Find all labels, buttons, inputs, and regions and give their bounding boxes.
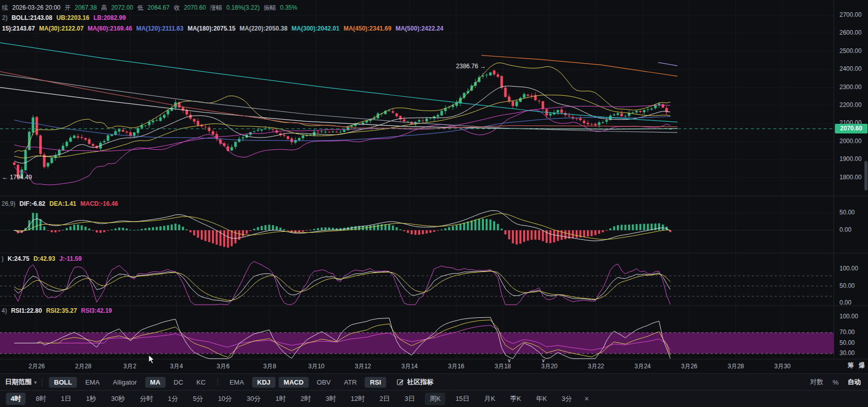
date-tick-label: 3月12 (355, 362, 371, 371)
axis-tick-label: 50.00 (839, 282, 855, 289)
community-indicators-label: 社区指标 (407, 377, 433, 387)
overlay-button-ma[interactable]: MA (145, 377, 166, 388)
date-tick-label: 3月18 (495, 362, 511, 371)
last-price-tag: 2070.60 (835, 124, 867, 133)
date-tick-label: 3月10 (308, 362, 324, 371)
date-tick-label: 3月24 (634, 362, 650, 371)
axis-tick-label: 2600.00 (839, 29, 861, 36)
indicator-button-ema[interactable]: EMA (225, 377, 249, 388)
timeframe-button-30秒[interactable]: 30秒 (106, 393, 129, 405)
axis-tick-label: 0.00 (839, 299, 851, 306)
date-tick-label: 3月16 (448, 362, 464, 371)
close-icon[interactable]: ✕ (584, 395, 589, 402)
timeframe-button-月k[interactable]: 月K (480, 393, 500, 405)
date-range-label: 日期范围 (5, 377, 32, 387)
date-tick-label: 3月4 (170, 362, 183, 371)
timeframe-button-3分[interactable]: 3分 (557, 393, 577, 405)
axis-tick-label: 50.00 (839, 339, 855, 346)
axis-tick-label: 50.00 (839, 209, 855, 216)
axis-tick-label: 2300.00 (839, 84, 861, 91)
timeframe-button-15日[interactable]: 15日 (451, 393, 474, 405)
date-range-button[interactable]: 日期范围 ▾ (5, 377, 37, 387)
date-tick-label: 3月30 (774, 362, 791, 371)
divider (42, 378, 42, 386)
timeframe-button-3时[interactable]: 3时 (321, 393, 340, 405)
axis-tick-label: 100.00 (839, 265, 858, 272)
timeframe-toolbar: 4时8时1日1秒30秒分时1分5分10分30分1时2时3时12时2日3日周K15… (0, 390, 868, 407)
timeframe-button-1日[interactable]: 1日 (56, 393, 75, 405)
timeframe-button-分时[interactable]: 分时 (135, 393, 157, 405)
date-tick-label: 3月8 (263, 362, 276, 371)
date-tick-label: 3月14 (401, 362, 418, 371)
overlay-button-dc[interactable]: DC (169, 377, 188, 388)
overlay-button-ema[interactable]: EMA (80, 377, 104, 388)
timeframe-button-2日[interactable]: 2日 (375, 393, 394, 405)
date-tick-label: 2月26 (29, 362, 45, 371)
date-tick-label: 3月26 (681, 362, 697, 371)
low-annotation: ← 1794.49 (2, 174, 32, 181)
chevron-down-icon: ▾ (34, 379, 37, 385)
scale-button-%[interactable]: % (832, 378, 838, 386)
date-tick-label: 3月28 (727, 362, 744, 371)
candlestick-chart[interactable] (0, 0, 868, 360)
axis-tick-label: 2000.00 (839, 138, 861, 145)
scale-button-自动[interactable]: 自动 (848, 377, 861, 387)
axis-tick-label: 0.00 (839, 226, 851, 233)
indicator-button-kdj[interactable]: KDJ (252, 377, 276, 388)
axis-tick-label: 2200.00 (839, 101, 861, 108)
timeframe-button-年k[interactable]: 年K (531, 393, 552, 405)
community-indicators-button[interactable]: 社区指标 (397, 377, 433, 387)
timeframe-button-1秒[interactable]: 1秒 (82, 393, 101, 405)
indicator-button-obv[interactable]: OBV (312, 377, 336, 388)
axis-tick-label: 100.00 (839, 313, 858, 320)
date-tick-label: 3月20 (541, 362, 557, 371)
timeframe-button-1时[interactable]: 1时 (271, 393, 290, 405)
axis-tick-label: 2700.00 (839, 11, 861, 18)
indicator-button-atr[interactable]: ATR (339, 377, 362, 388)
timeframe-button-8时[interactable]: 8时 (31, 393, 50, 405)
axis-tick-label: 1900.00 (839, 155, 861, 162)
axis-tick-label: 70.00 (839, 329, 855, 336)
indicator-button-macd[interactable]: MACD (279, 377, 309, 388)
divider (218, 378, 218, 386)
date-tick-label: 3月22 (588, 362, 604, 371)
high-annotation: 2386.76 → (429, 63, 486, 70)
axis-tick-label: 30.00 (839, 349, 855, 357)
axis-tick-label: 2400.00 (839, 65, 861, 72)
axis-marker-chevron: ∨ (507, 358, 511, 363)
scale-button-对数[interactable]: 对数 (810, 377, 823, 387)
timeframe-button-4时[interactable]: 4时 (6, 393, 25, 405)
timeframe-button-3日[interactable]: 3日 (400, 393, 419, 405)
date-tick-label: 2月28 (75, 362, 91, 371)
indicator-toolbar: 日期范围 ▾ BOLLEMAAlligatorMADCKC EMAKDJMACD… (0, 373, 868, 390)
indicator-button-rsi[interactable]: RSI (365, 377, 386, 388)
timeframe-button-30分[interactable]: 30分 (242, 393, 265, 405)
overlay-button-alligator[interactable]: Alligator (108, 377, 142, 388)
liquidation-button[interactable]: 爆 (859, 361, 865, 370)
mouse-cursor (148, 355, 155, 364)
overlay-button-kc[interactable]: KC (192, 377, 211, 388)
timeframe-button-10分[interactable]: 10分 (213, 393, 236, 405)
timeframe-button-12时[interactable]: 12时 (346, 393, 369, 405)
axis-scrollbar[interactable] (864, 161, 867, 191)
chip-distribution-button[interactable]: 筹 (848, 361, 854, 370)
axis-tick-label: 2500.00 (839, 47, 861, 55)
timeframe-button-周k[interactable]: 周K (425, 393, 445, 405)
timeframe-button-2时[interactable]: 2时 (296, 393, 315, 405)
axis-marker-chevron: ∨ (541, 358, 545, 363)
date-tick-label: 3月2 (123, 362, 136, 371)
timeframe-button-1分[interactable]: 1分 (163, 393, 182, 405)
edit-icon (397, 378, 404, 386)
timeframe-button-季k[interactable]: 季K (505, 393, 526, 405)
timeframe-button-5分[interactable]: 5分 (188, 393, 208, 405)
axis-tick-label: 1800.00 (839, 174, 861, 181)
overlay-button-boll[interactable]: BOLL (49, 377, 77, 388)
date-tick-label: 3月6 (216, 362, 229, 371)
